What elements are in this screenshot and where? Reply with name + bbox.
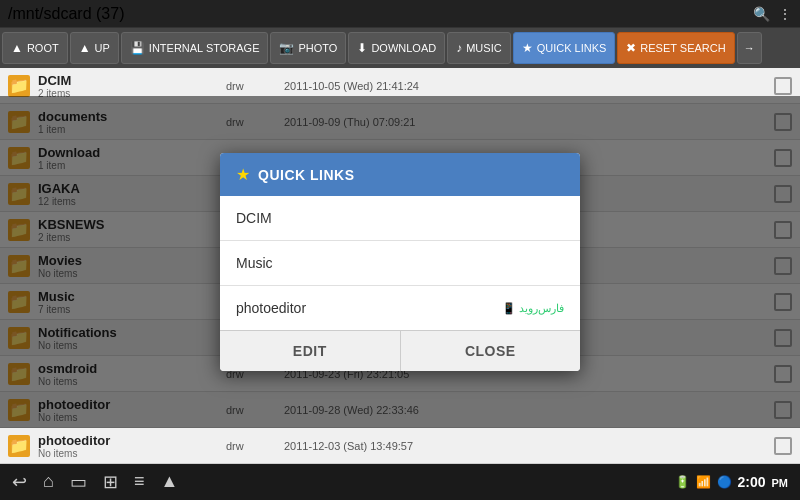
modal-overlay: ★ QUICK LINKS DCIM Music photoeditor فار… — [0, 96, 800, 428]
folder-icon — [8, 435, 30, 457]
edit-button[interactable]: EDIT — [220, 331, 401, 371]
quick-link-item[interactable]: DCIM — [220, 196, 580, 241]
clock-display: 2:00 PM — [738, 474, 788, 490]
watermark-text: فارس‌روید 📱 — [502, 302, 564, 315]
toolbar-photo-btn[interactable]: 📷 PHOTO — [270, 32, 346, 64]
quick-link-item[interactable]: photoeditor فارس‌روید 📱 — [220, 286, 580, 330]
download-label: DOWNLOAD — [371, 42, 436, 54]
folder-icon — [8, 75, 30, 97]
dialog-body: DCIM Music photoeditor فارس‌روید 📱 — [220, 196, 580, 330]
toolbar-root-btn[interactable]: ▲ ROOT — [2, 32, 68, 64]
file-name: DCIM — [38, 73, 218, 88]
music-icon: ♪ — [456, 41, 462, 55]
file-count: No items — [38, 448, 218, 459]
up-label: UP — [95, 42, 110, 54]
title-bar: /mnt/sdcard (37) 🔍 ⋮ — [0, 0, 800, 28]
file-name-block: photoeditor No items — [38, 433, 218, 459]
bottom-bar: ↩ ⌂ ▭ ⊞ ≡ ▲ 🔋 📶 🔵 2:00 PM — [0, 464, 800, 500]
quick-link-label: photoeditor — [236, 300, 306, 316]
file-row[interactable]: photoeditor No items drw 2011-12-03 (Sat… — [0, 428, 800, 464]
quick-link-label: Music — [236, 255, 273, 271]
quick-link-label: DCIM — [236, 210, 272, 226]
quick-link-item[interactable]: Music — [220, 241, 580, 286]
toolbar-reset-search-btn[interactable]: ✖ RESET SEARCH — [617, 32, 734, 64]
toolbar-up-btn[interactable]: ▲ UP — [70, 32, 119, 64]
up-nav-icon[interactable]: ▲ — [160, 471, 178, 493]
toolbar-download-btn[interactable]: ⬇ DOWNLOAD — [348, 32, 445, 64]
close-button[interactable]: CLOSE — [401, 331, 581, 371]
music-label: MUSIC — [466, 42, 501, 54]
menu-nav-icon[interactable]: ≡ — [134, 471, 145, 493]
photo-icon: 📷 — [279, 41, 294, 55]
grid-nav-icon[interactable]: ⊞ — [103, 471, 118, 493]
file-date: 2011-12-03 (Sat) 13:49:57 — [284, 440, 766, 452]
toolbar-music-btn[interactable]: ♪ MUSIC — [447, 32, 510, 64]
dialog-star-icon: ★ — [236, 165, 250, 184]
reset-icon: ✖ — [626, 41, 636, 55]
bluetooth-icon: 🔵 — [717, 475, 732, 489]
internal-storage-label: INTERNAL STORAGE — [149, 42, 260, 54]
quick-links-dialog: ★ QUICK LINKS DCIM Music photoeditor فار… — [220, 153, 580, 371]
star-toolbar-icon: ★ — [522, 41, 533, 55]
root-label: ROOT — [27, 42, 59, 54]
title-bar-icons: 🔍 ⋮ — [753, 6, 792, 22]
home-nav-icon[interactable]: ⌂ — [43, 471, 54, 493]
file-type: drw — [226, 440, 276, 452]
storage-icon: 💾 — [130, 41, 145, 55]
download-icon: ⬇ — [357, 41, 367, 55]
file-name-block: DCIM 2 items — [38, 73, 218, 99]
back-nav-icon[interactable]: ↩ — [12, 471, 27, 493]
dialog-title: QUICK LINKS — [258, 167, 355, 183]
photo-label: PHOTO — [298, 42, 337, 54]
dialog-footer: EDIT CLOSE — [220, 330, 580, 371]
file-checkbox[interactable] — [774, 437, 792, 455]
title-text: /mnt/sdcard (37) — [8, 5, 124, 23]
file-name: photoeditor — [38, 433, 218, 448]
quick-links-label: QUICK LINKS — [537, 42, 607, 54]
toolbar-next-btn[interactable]: → — [737, 32, 762, 64]
file-date: 2011-10-05 (Wed) 21:41:24 — [284, 80, 766, 92]
reset-search-label: RESET SEARCH — [640, 42, 725, 54]
up-icon: ▲ — [79, 41, 91, 55]
dialog-header: ★ QUICK LINKS — [220, 153, 580, 196]
toolbar-quick-links-btn[interactable]: ★ QUICK LINKS — [513, 32, 616, 64]
root-icon: ▲ — [11, 41, 23, 55]
wifi-icon: 📶 — [696, 475, 711, 489]
main-content: DCIM 2 items drw 2011-10-05 (Wed) 21:41:… — [0, 68, 800, 464]
battery-icon: 🔋 — [675, 475, 690, 489]
recent-apps-icon[interactable]: ▭ — [70, 471, 87, 493]
nav-icons-group: ↩ ⌂ ▭ ⊞ ≡ ▲ — [12, 471, 178, 493]
file-type: drw — [226, 80, 276, 92]
system-status-area: 🔋 📶 🔵 2:00 PM — [675, 474, 788, 490]
toolbar-internal-storage-btn[interactable]: 💾 INTERNAL STORAGE — [121, 32, 269, 64]
more-icon[interactable]: ⋮ — [778, 6, 792, 22]
search-icon[interactable]: 🔍 — [753, 6, 770, 22]
toolbar: ▲ ROOT ▲ UP 💾 INTERNAL STORAGE 📷 PHOTO ⬇… — [0, 28, 800, 68]
file-checkbox[interactable] — [774, 77, 792, 95]
next-arrow-icon: → — [744, 42, 755, 54]
